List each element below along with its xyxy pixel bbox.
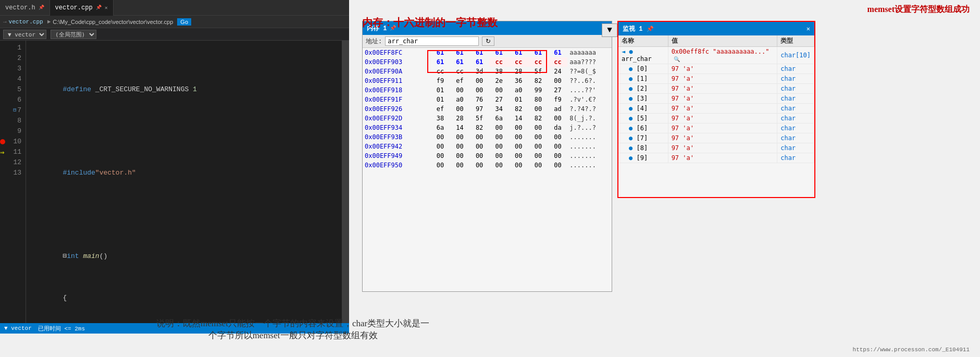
- watch-val-8: 97 'a': [668, 143, 777, 153]
- mem-byte-10-5: 00: [528, 142, 548, 151]
- watch-val-text: 0x00eff8fc "aaaaaaaaaa...": [672, 48, 770, 55]
- mem-byte-2-2: 3d: [469, 67, 489, 76]
- watch-icon-7: ●: [629, 134, 632, 142]
- breadcrumb-filename: vector.cpp: [9, 19, 43, 25]
- watch-type-1: char: [777, 74, 814, 84]
- line-num-9: 9: [9, 126, 21, 137]
- mem-ascii-2: ??=8(_$: [567, 67, 612, 76]
- tab-label-vector-h: vector.h: [5, 4, 35, 11]
- mem-byte-9-4: 00: [509, 132, 529, 142]
- mem-byte-5-4: 01: [509, 95, 529, 104]
- mem-addr-7: 0x00EFF92D: [363, 114, 430, 123]
- mem-ascii-11: .......: [567, 151, 612, 161]
- mem-byte-5-1: a0: [450, 95, 470, 104]
- mem-ascii-6: ?.?4?.?: [567, 104, 612, 114]
- mem-byte-3-2: 00: [469, 76, 489, 85]
- bp-line-7: [0, 105, 7, 116]
- mem-byte-7-1: 28: [450, 114, 470, 123]
- watch-type-5: char: [777, 114, 814, 124]
- mem-byte-5-6: f9: [548, 95, 568, 104]
- watch-type-0: char: [777, 64, 814, 74]
- breadcrumb-go-button[interactable]: Go: [177, 18, 191, 26]
- mem-byte-4-3: 00: [489, 85, 509, 95]
- mem-byte-8-4: 00: [509, 123, 529, 132]
- code-line-1: #define _CRT_SECURE_NO_WARNINGS 1: [30, 74, 342, 84]
- watch-type-4: char: [777, 104, 814, 114]
- mem-byte-6-0: ef: [430, 104, 450, 114]
- mem-byte-12-4: 00: [509, 161, 529, 170]
- code-line-3: #include"vector.h": [30, 157, 342, 168]
- watch-titlebar: 监视 1 📌 ✕: [618, 22, 814, 35]
- mem-byte-5-5: 80: [528, 95, 548, 104]
- watch-search-icon[interactable]: 🔍: [674, 56, 680, 62]
- mem-byte-2-6: 24: [548, 67, 568, 76]
- mem-addr-6: 0x00EFF926: [363, 104, 430, 114]
- scope-dropdown-range[interactable]: (全局范围): [51, 30, 96, 39]
- bp-line-3: [0, 64, 7, 74]
- watch-name-6: ● [6]: [618, 124, 668, 133]
- bottom-annotation-line1: 说明：既然memset只能按一个字节的内容来设置，char类型大小就是一: [156, 317, 429, 329]
- scope-dropdown-symbol[interactable]: ▼ vector: [3, 30, 46, 39]
- memory-dropdown-button[interactable]: ▼: [602, 23, 617, 37]
- editor-scrollbar[interactable]: [342, 41, 349, 334]
- bottom-annotation: 说明：既然memset只能按一个字节的内容来设置，char类型大小就是一 个字节…: [156, 317, 429, 341]
- tab-close-icon[interactable]: ✕: [105, 5, 108, 11]
- bp-line-8: [0, 116, 7, 126]
- mem-byte-12-0: 00: [430, 161, 450, 170]
- mem-byte-7-5: 82: [528, 114, 548, 123]
- mem-byte-10-1: 00: [450, 142, 470, 151]
- line-num-4: 4: [9, 74, 21, 84]
- mem-byte-5-0: 01: [430, 95, 450, 104]
- watch-row-4: ● [4] 97 'a' char: [618, 104, 814, 114]
- watch-name-1: ● [1]: [618, 74, 668, 84]
- watch-val-arr-char: 0x00eff8fc "aaaaaaaaaa..." 🔍: [668, 47, 777, 64]
- memory-caption: 内存：十六进制的一字节整数: [362, 16, 498, 30]
- code-content[interactable]: #define _CRT_SECURE_NO_WARNINGS 1 #inclu…: [26, 41, 342, 334]
- breadcrumb-sep: ►: [47, 19, 51, 25]
- mem-byte-1-5: cc: [528, 57, 548, 67]
- bottom-url: https://www.processon.com/_E104911: [853, 347, 970, 353]
- mem-byte-9-6: 00: [548, 132, 568, 142]
- tab-vector-h[interactable]: vector.h 📌: [0, 0, 50, 16]
- mem-ascii-5: .?v'.€?: [567, 95, 612, 104]
- mem-byte-4-6: 27: [548, 85, 568, 95]
- mem-byte-0-0: 61: [430, 48, 450, 57]
- watch-name-2: ● [2]: [618, 84, 668, 94]
- mem-addr-12: 0x00EFF950: [363, 161, 430, 170]
- mem-addr-5: 0x00EFF91F: [363, 95, 430, 104]
- mem-byte-0-3: 61: [489, 48, 509, 57]
- line-numbers: 1 2 3 4 5 6 ⊟7 8 9 10 11 12 13: [7, 41, 26, 334]
- mem-byte-1-1: 61: [450, 57, 470, 67]
- mem-address-input[interactable]: [385, 36, 479, 46]
- mem-byte-0-6: 61: [548, 48, 568, 57]
- watch-icon-5: ●: [629, 115, 632, 122]
- bp-line-11: ⇒: [0, 147, 7, 157]
- mem-ascii-10: .......: [567, 142, 612, 151]
- bp-line-5: [0, 84, 7, 95]
- mem-row-2: 0x00EFF90A cc cc 3d 38 28 5f 24 ??=8(_$: [363, 67, 612, 76]
- mem-address-label: 地址:: [366, 37, 382, 46]
- mem-byte-12-2: 00: [469, 161, 489, 170]
- watch-expand-icon[interactable]: ◄: [622, 48, 625, 55]
- watch-close-button[interactable]: ✕: [807, 25, 810, 33]
- watch-val-2: 97 'a': [668, 84, 777, 94]
- mem-byte-8-1: 14: [450, 123, 470, 132]
- mem-row-11: 0x00EFF949 00 00 00 00 00 00 00 .......: [363, 151, 612, 161]
- mem-byte-8-3: 00: [489, 123, 509, 132]
- watch-name-7: ● [7]: [618, 133, 668, 143]
- tab-vector-cpp[interactable]: vector.cpp 📌 ✕: [50, 0, 114, 16]
- watch-val-9: 97 'a': [668, 153, 777, 163]
- mem-row-5: 0x00EFF91F 01 a0 76 27 01 80 f9 .?v'.€?: [363, 95, 612, 104]
- memory-table-wrapper[interactable]: 0x00EFF8FC 61 61 61 61 61 61 61 aaaaaaa …: [363, 48, 612, 292]
- watch-val-1: 97 'a': [668, 74, 777, 84]
- line-num-5: 5: [9, 84, 21, 95]
- mem-byte-9-3: 00: [489, 132, 509, 142]
- breakpoint-dot: [0, 139, 5, 144]
- watch-name-8: ● [8]: [618, 143, 668, 153]
- mem-refresh-button[interactable]: ↻: [482, 36, 494, 46]
- mem-byte-9-5: 00: [528, 132, 548, 142]
- watch-val-0: 97 'a': [668, 64, 777, 74]
- watch-type-2: char: [777, 84, 814, 94]
- mem-addr-4: 0x00EFF918: [363, 85, 430, 95]
- mem-byte-6-1: 00: [450, 104, 470, 114]
